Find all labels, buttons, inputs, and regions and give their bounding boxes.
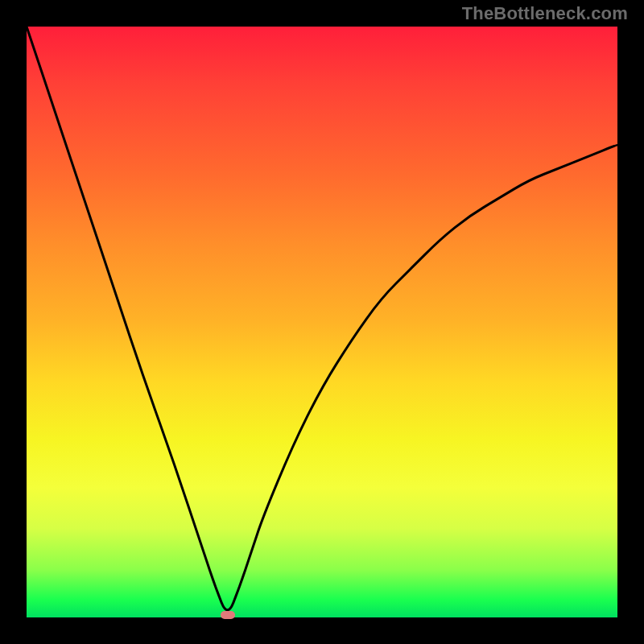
bottleneck-curve xyxy=(0,0,644,644)
minimum-marker xyxy=(221,611,235,619)
chart-frame: TheBottleneck.com xyxy=(0,0,644,644)
watermark-text: TheBottleneck.com xyxy=(462,3,628,24)
